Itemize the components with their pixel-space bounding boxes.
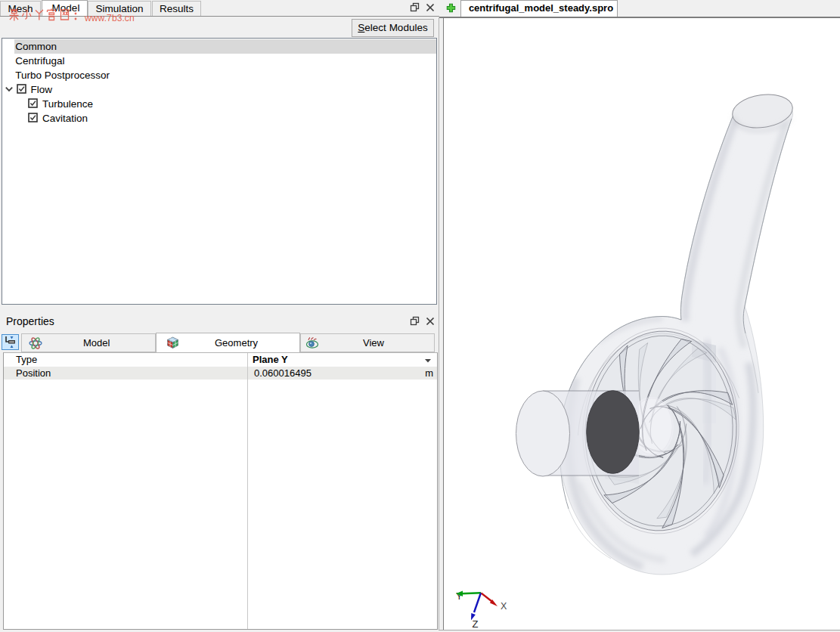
svg-text:Z: Z (473, 618, 479, 630)
svg-text:X: X (501, 601, 507, 612)
svg-text:www.7b3.cn: www.7b3.cn (84, 13, 135, 23)
